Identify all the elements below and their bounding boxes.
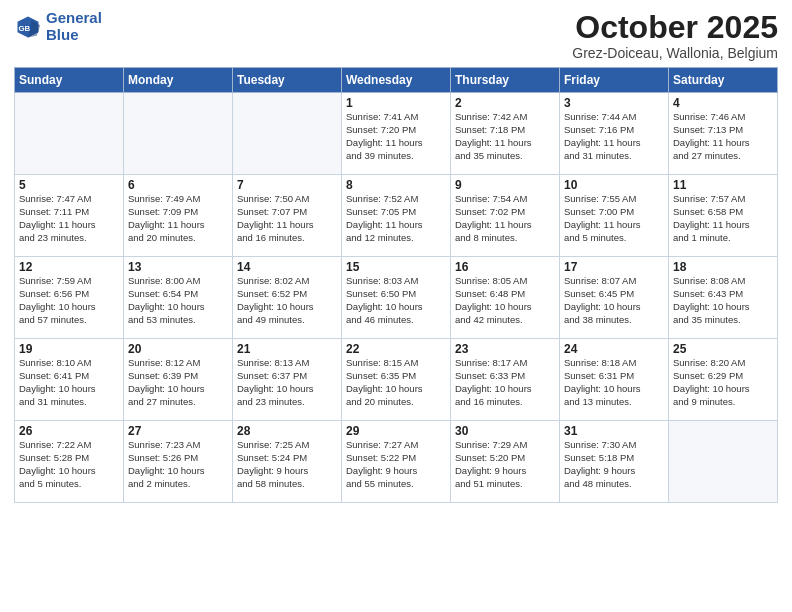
table-row: 10Sunrise: 7:55 AM Sunset: 7:00 PM Dayli… bbox=[560, 175, 669, 257]
table-row bbox=[124, 93, 233, 175]
day-info: Sunrise: 8:07 AM Sunset: 6:45 PM Dayligh… bbox=[564, 275, 664, 326]
day-number: 9 bbox=[455, 178, 555, 192]
table-row: 18Sunrise: 8:08 AM Sunset: 6:43 PM Dayli… bbox=[669, 257, 778, 339]
calendar-week-0: 1Sunrise: 7:41 AM Sunset: 7:20 PM Daylig… bbox=[15, 93, 778, 175]
day-number: 11 bbox=[673, 178, 773, 192]
day-number: 25 bbox=[673, 342, 773, 356]
day-info: Sunrise: 7:49 AM Sunset: 7:09 PM Dayligh… bbox=[128, 193, 228, 244]
day-number: 24 bbox=[564, 342, 664, 356]
col-saturday: Saturday bbox=[669, 68, 778, 93]
table-row: 19Sunrise: 8:10 AM Sunset: 6:41 PM Dayli… bbox=[15, 339, 124, 421]
day-info: Sunrise: 7:42 AM Sunset: 7:18 PM Dayligh… bbox=[455, 111, 555, 162]
table-row: 21Sunrise: 8:13 AM Sunset: 6:37 PM Dayli… bbox=[233, 339, 342, 421]
table-row: 4Sunrise: 7:46 AM Sunset: 7:13 PM Daylig… bbox=[669, 93, 778, 175]
col-friday: Friday bbox=[560, 68, 669, 93]
day-info: Sunrise: 8:17 AM Sunset: 6:33 PM Dayligh… bbox=[455, 357, 555, 408]
day-number: 5 bbox=[19, 178, 119, 192]
table-row: 1Sunrise: 7:41 AM Sunset: 7:20 PM Daylig… bbox=[342, 93, 451, 175]
day-info: Sunrise: 7:59 AM Sunset: 6:56 PM Dayligh… bbox=[19, 275, 119, 326]
day-number: 30 bbox=[455, 424, 555, 438]
day-number: 6 bbox=[128, 178, 228, 192]
day-info: Sunrise: 7:55 AM Sunset: 7:00 PM Dayligh… bbox=[564, 193, 664, 244]
month-title: October 2025 bbox=[572, 10, 778, 45]
table-row: 7Sunrise: 7:50 AM Sunset: 7:07 PM Daylig… bbox=[233, 175, 342, 257]
col-monday: Monday bbox=[124, 68, 233, 93]
table-row: 27Sunrise: 7:23 AM Sunset: 5:26 PM Dayli… bbox=[124, 421, 233, 503]
day-info: Sunrise: 8:00 AM Sunset: 6:54 PM Dayligh… bbox=[128, 275, 228, 326]
logo-line1: General bbox=[46, 10, 102, 27]
day-number: 7 bbox=[237, 178, 337, 192]
day-number: 26 bbox=[19, 424, 119, 438]
day-info: Sunrise: 7:22 AM Sunset: 5:28 PM Dayligh… bbox=[19, 439, 119, 490]
day-number: 13 bbox=[128, 260, 228, 274]
table-row: 9Sunrise: 7:54 AM Sunset: 7:02 PM Daylig… bbox=[451, 175, 560, 257]
day-number: 28 bbox=[237, 424, 337, 438]
day-number: 12 bbox=[19, 260, 119, 274]
day-number: 3 bbox=[564, 96, 664, 110]
table-row: 24Sunrise: 8:18 AM Sunset: 6:31 PM Dayli… bbox=[560, 339, 669, 421]
day-info: Sunrise: 8:05 AM Sunset: 6:48 PM Dayligh… bbox=[455, 275, 555, 326]
table-row: 26Sunrise: 7:22 AM Sunset: 5:28 PM Dayli… bbox=[15, 421, 124, 503]
day-info: Sunrise: 8:15 AM Sunset: 6:35 PM Dayligh… bbox=[346, 357, 446, 408]
day-info: Sunrise: 7:46 AM Sunset: 7:13 PM Dayligh… bbox=[673, 111, 773, 162]
table-row: 3Sunrise: 7:44 AM Sunset: 7:16 PM Daylig… bbox=[560, 93, 669, 175]
col-sunday: Sunday bbox=[15, 68, 124, 93]
table-row: 25Sunrise: 8:20 AM Sunset: 6:29 PM Dayli… bbox=[669, 339, 778, 421]
table-row: 31Sunrise: 7:30 AM Sunset: 5:18 PM Dayli… bbox=[560, 421, 669, 503]
day-info: Sunrise: 7:41 AM Sunset: 7:20 PM Dayligh… bbox=[346, 111, 446, 162]
day-number: 1 bbox=[346, 96, 446, 110]
table-row: 16Sunrise: 8:05 AM Sunset: 6:48 PM Dayli… bbox=[451, 257, 560, 339]
table-row: 15Sunrise: 8:03 AM Sunset: 6:50 PM Dayli… bbox=[342, 257, 451, 339]
day-number: 2 bbox=[455, 96, 555, 110]
day-number: 23 bbox=[455, 342, 555, 356]
day-info: Sunrise: 7:57 AM Sunset: 6:58 PM Dayligh… bbox=[673, 193, 773, 244]
day-number: 22 bbox=[346, 342, 446, 356]
col-thursday: Thursday bbox=[451, 68, 560, 93]
day-info: Sunrise: 8:10 AM Sunset: 6:41 PM Dayligh… bbox=[19, 357, 119, 408]
day-info: Sunrise: 7:23 AM Sunset: 5:26 PM Dayligh… bbox=[128, 439, 228, 490]
day-info: Sunrise: 7:50 AM Sunset: 7:07 PM Dayligh… bbox=[237, 193, 337, 244]
day-info: Sunrise: 7:52 AM Sunset: 7:05 PM Dayligh… bbox=[346, 193, 446, 244]
table-row bbox=[15, 93, 124, 175]
calendar-week-4: 26Sunrise: 7:22 AM Sunset: 5:28 PM Dayli… bbox=[15, 421, 778, 503]
col-wednesday: Wednesday bbox=[342, 68, 451, 93]
table-row bbox=[233, 93, 342, 175]
logo-icon: GB bbox=[14, 13, 42, 41]
day-info: Sunrise: 7:44 AM Sunset: 7:16 PM Dayligh… bbox=[564, 111, 664, 162]
calendar-week-1: 5Sunrise: 7:47 AM Sunset: 7:11 PM Daylig… bbox=[15, 175, 778, 257]
col-tuesday: Tuesday bbox=[233, 68, 342, 93]
calendar-header-row: Sunday Monday Tuesday Wednesday Thursday… bbox=[15, 68, 778, 93]
day-number: 21 bbox=[237, 342, 337, 356]
location-subtitle: Grez-Doiceau, Wallonia, Belgium bbox=[572, 45, 778, 61]
day-number: 19 bbox=[19, 342, 119, 356]
day-info: Sunrise: 7:29 AM Sunset: 5:20 PM Dayligh… bbox=[455, 439, 555, 490]
day-number: 18 bbox=[673, 260, 773, 274]
logo-line2: Blue bbox=[46, 27, 102, 44]
day-info: Sunrise: 7:30 AM Sunset: 5:18 PM Dayligh… bbox=[564, 439, 664, 490]
day-number: 15 bbox=[346, 260, 446, 274]
day-number: 17 bbox=[564, 260, 664, 274]
logo: GB General Blue bbox=[14, 10, 102, 43]
calendar-week-2: 12Sunrise: 7:59 AM Sunset: 6:56 PM Dayli… bbox=[15, 257, 778, 339]
day-info: Sunrise: 8:08 AM Sunset: 6:43 PM Dayligh… bbox=[673, 275, 773, 326]
table-row: 2Sunrise: 7:42 AM Sunset: 7:18 PM Daylig… bbox=[451, 93, 560, 175]
page-container: GB General Blue October 2025 Grez-Doicea… bbox=[0, 0, 792, 511]
header: GB General Blue October 2025 Grez-Doicea… bbox=[14, 10, 778, 61]
svg-text:GB: GB bbox=[18, 23, 30, 32]
table-row: 6Sunrise: 7:49 AM Sunset: 7:09 PM Daylig… bbox=[124, 175, 233, 257]
day-number: 4 bbox=[673, 96, 773, 110]
table-row: 20Sunrise: 8:12 AM Sunset: 6:39 PM Dayli… bbox=[124, 339, 233, 421]
table-row: 12Sunrise: 7:59 AM Sunset: 6:56 PM Dayli… bbox=[15, 257, 124, 339]
table-row: 29Sunrise: 7:27 AM Sunset: 5:22 PM Dayli… bbox=[342, 421, 451, 503]
day-info: Sunrise: 8:13 AM Sunset: 6:37 PM Dayligh… bbox=[237, 357, 337, 408]
day-info: Sunrise: 7:25 AM Sunset: 5:24 PM Dayligh… bbox=[237, 439, 337, 490]
table-row: 17Sunrise: 8:07 AM Sunset: 6:45 PM Dayli… bbox=[560, 257, 669, 339]
day-number: 31 bbox=[564, 424, 664, 438]
day-number: 27 bbox=[128, 424, 228, 438]
day-info: Sunrise: 7:47 AM Sunset: 7:11 PM Dayligh… bbox=[19, 193, 119, 244]
day-info: Sunrise: 8:03 AM Sunset: 6:50 PM Dayligh… bbox=[346, 275, 446, 326]
table-row: 5Sunrise: 7:47 AM Sunset: 7:11 PM Daylig… bbox=[15, 175, 124, 257]
day-number: 8 bbox=[346, 178, 446, 192]
table-row: 23Sunrise: 8:17 AM Sunset: 6:33 PM Dayli… bbox=[451, 339, 560, 421]
day-number: 20 bbox=[128, 342, 228, 356]
